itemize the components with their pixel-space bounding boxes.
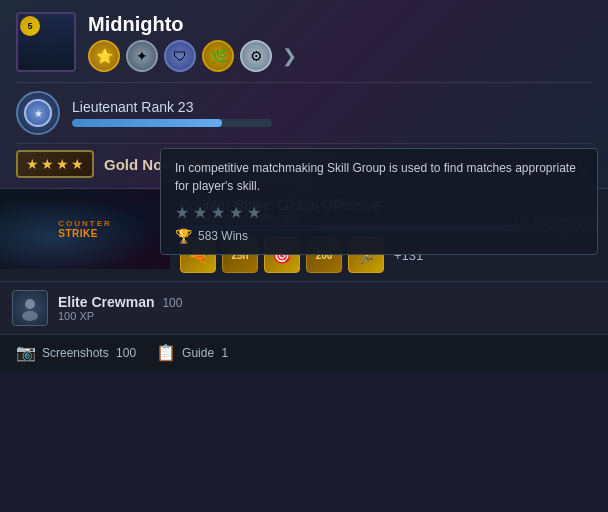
avatar-frame: 5 — [16, 12, 76, 72]
screenshots-count: 100 — [116, 346, 136, 360]
rating-star-1: ★ — [175, 203, 189, 222]
star-1: ★ — [26, 156, 39, 172]
profile-header: 5 Midnighto ⭐ ✦ 🛡 🌿 ⚙ ❯ — [16, 12, 592, 72]
footer-bar: 📷 Screenshots 100 📋 Guide 1 — [0, 334, 608, 370]
medal-gold: ⭐ — [88, 40, 120, 72]
skill-tooltip: In competitive matchmaking Skill Group i… — [160, 148, 598, 255]
rank-badge: ★ — [16, 91, 60, 135]
profile-name-section: Midnighto ⭐ ✦ 🛡 🌿 ⚙ ❯ — [88, 13, 297, 72]
avatar-level-badge: 5 — [20, 16, 40, 36]
medal-star: ⚙ — [240, 40, 272, 72]
wins-row: 🏆 583 Wins — [175, 228, 583, 244]
guide-icon: 📋 — [156, 343, 176, 362]
rating-star-5: ★ — [247, 203, 261, 222]
guide-text: Guide — [182, 346, 214, 360]
medal-silver: ✦ — [126, 40, 158, 72]
wins-count: 583 Wins — [198, 229, 248, 243]
trophy-icon: 🏆 — [175, 228, 192, 244]
rank-progress-bar — [72, 119, 272, 127]
rating-star-3: ★ — [211, 203, 225, 222]
crewman-info: Elite Crewman 100 100 XP — [58, 294, 596, 322]
screenshots-text: Screenshots — [42, 346, 109, 360]
strike-label: STRIKE — [58, 228, 112, 239]
star-4: ★ — [71, 156, 84, 172]
tooltip-text: In competitive matchmaking Skill Group i… — [175, 159, 583, 195]
game-thumbnail[interactable]: COUNTER STRIKE — [0, 189, 170, 269]
rating-star-2: ★ — [193, 203, 207, 222]
guide-label: Guide 1 — [182, 346, 228, 360]
rank-info: Lieutenant Rank 23 — [72, 99, 592, 127]
crewman-title: Elite Crewman — [58, 294, 154, 310]
crewman-name: Elite Crewman 100 — [58, 294, 596, 310]
star-3: ★ — [56, 156, 69, 172]
crewman-icon — [16, 294, 44, 322]
counter-label: COUNTER — [58, 219, 112, 228]
rank-badge-inner: ★ — [24, 99, 52, 127]
guide-count: 1 — [221, 346, 228, 360]
guide-item[interactable]: 📋 Guide 1 — [156, 343, 228, 362]
rank-progress-fill — [72, 119, 222, 127]
camera-icon: 📷 — [16, 343, 36, 362]
screenshots-label: Screenshots 100 — [42, 346, 136, 360]
crewman-badge-number: 100 — [162, 296, 182, 310]
rating-stars: ★ ★ ★ ★ ★ — [175, 203, 583, 222]
crewman-xp: 100 XP — [58, 310, 596, 322]
medals-expand-button[interactable]: ❯ — [282, 45, 297, 67]
rank-badge-icon: ★ — [34, 108, 43, 119]
medals-row: ⭐ ✦ 🛡 🌿 ⚙ ❯ — [88, 40, 297, 72]
medal-wreath: 🌿 — [202, 40, 234, 72]
screenshots-item[interactable]: 📷 Screenshots 100 — [16, 343, 136, 362]
skill-stars: ★ ★ ★ ★ — [16, 150, 94, 178]
game-thumb-text: COUNTER STRIKE — [58, 219, 112, 239]
rank-section: ★ Lieutenant Rank 23 — [16, 82, 592, 143]
avatar-level: 5 — [27, 21, 32, 31]
star-2: ★ — [41, 156, 54, 172]
bottom-profile-row: Elite Crewman 100 100 XP — [0, 281, 608, 334]
medal-shield: 🛡 — [164, 40, 196, 72]
rating-star-4: ★ — [229, 203, 243, 222]
rank-title: Lieutenant Rank 23 — [72, 99, 592, 115]
svg-point-1 — [22, 311, 38, 321]
crewman-avatar — [12, 290, 48, 326]
profile-card: 5 Midnighto ⭐ ✦ 🛡 🌿 ⚙ ❯ ★ Lieutenant Ran… — [0, 0, 608, 189]
profile-name: Midnighto — [88, 13, 297, 36]
game-thumb-bg: COUNTER STRIKE — [0, 189, 170, 269]
svg-point-0 — [25, 299, 35, 309]
